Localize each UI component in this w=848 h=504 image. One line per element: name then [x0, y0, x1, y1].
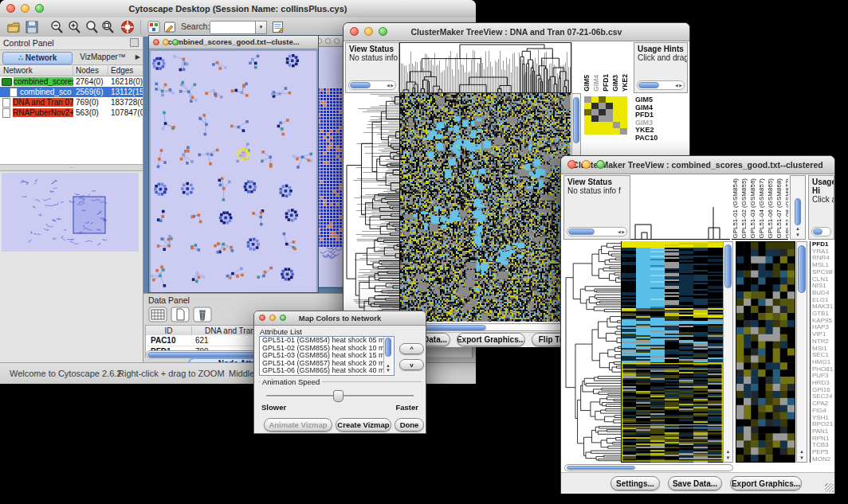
new-document-icon[interactable]	[171, 307, 190, 322]
birdseye-overview[interactable]	[2, 173, 139, 252]
speed-slider-thumb[interactable]	[333, 390, 344, 402]
zoom-button[interactable]	[379, 27, 387, 36]
close-button[interactable]	[567, 160, 576, 169]
tv1-heatmap[interactable]	[399, 93, 571, 322]
tv2-gene-scrollbar[interactable]	[796, 241, 807, 463]
close-button[interactable]	[350, 27, 359, 36]
scrollbar-thumb[interactable]	[568, 229, 595, 235]
zoom-fit-icon[interactable]	[100, 20, 115, 34]
attribute-list-scrollbar[interactable]	[383, 337, 392, 373]
vizmapper-icon[interactable]	[147, 20, 161, 34]
resize-grip[interactable]	[825, 483, 834, 492]
network-tree-row[interactable]: RNAPuberNov2+563(0)107847(0)	[0, 107, 143, 118]
scroll-arrows-icon[interactable]	[618, 228, 625, 236]
scrollbar-thumb[interactable]	[638, 82, 659, 88]
zoom-button[interactable]	[35, 4, 44, 13]
tv1-zoom-heatmap[interactable]	[584, 96, 627, 135]
minimize-button[interactable]	[21, 4, 29, 13]
save-data-button[interactable]: Save Data...	[668, 476, 722, 490]
export-graphics-button[interactable]: Export Graphics...	[730, 476, 802, 490]
gene-label[interactable]: PAC10	[635, 135, 686, 143]
scrollbar-thumb[interactable]	[385, 338, 391, 357]
save-icon[interactable]	[25, 20, 39, 34]
minimize-button[interactable]	[325, 38, 331, 44]
zoom-button[interactable]	[280, 315, 286, 321]
close-button[interactable]	[153, 39, 159, 45]
close-button[interactable]	[6, 4, 15, 13]
tv2-column-dendrogram[interactable]	[630, 175, 730, 240]
close-button[interactable]	[259, 315, 265, 321]
animate-vizmap-button[interactable]: Animate Vizmap	[264, 418, 332, 432]
move-up-button[interactable]: ^	[399, 343, 424, 354]
network-canvas-1[interactable]	[151, 51, 316, 292]
move-down-button[interactable]: v	[399, 359, 424, 370]
tv1-column-dendrogram[interactable]	[399, 42, 571, 93]
scroll-arrows-icon[interactable]	[797, 448, 807, 461]
export-graphics-button[interactable]: Export Graphics...	[457, 333, 525, 346]
zoom-button[interactable]	[172, 39, 179, 45]
tv2-usage-scrollbar[interactable]	[811, 227, 831, 236]
gene-label[interactable]: MON2	[812, 456, 838, 463]
tv2-horizontal-scrollbar[interactable]	[564, 464, 733, 471]
treeview2-titlebar[interactable]: ClusterMaker TreeView : combined_scores_…	[561, 156, 834, 174]
tv2-row-dendrogram[interactable]	[564, 241, 621, 463]
scrollbar-thumb[interactable]	[798, 245, 806, 293]
attribute-list-item[interactable]: GPL51-07 (GSM868) heat shock 60 min	[260, 375, 394, 377]
network-tree-row[interactable]: combined_scores2764(0)16218(0)	[0, 76, 143, 87]
minimize-button[interactable]	[269, 315, 276, 321]
open-file-icon[interactable]	[6, 20, 21, 34]
scroll-arrows-icon[interactable]	[791, 225, 805, 238]
panel-splitter[interactable]: ⁃	[0, 165, 143, 171]
tv2-top-scrollbar[interactable]	[790, 175, 806, 240]
scrollbar-thumb[interactable]	[795, 198, 801, 225]
zoom-button[interactable]	[334, 38, 340, 44]
zoom-button[interactable]	[596, 160, 605, 169]
scroll-arrows-icon[interactable]	[675, 81, 682, 89]
zoom-in-icon[interactable]	[67, 20, 81, 34]
network-tree-header[interactable]: Network Nodes Edges	[0, 65, 143, 76]
float-panel-icon[interactable]	[130, 38, 139, 47]
scrollbar-thumb[interactable]	[813, 229, 822, 235]
tv2-heatmap[interactable]	[621, 241, 723, 463]
scrollbar-thumb[interactable]	[573, 97, 579, 143]
search-dropdown-arrow[interactable]	[255, 21, 267, 34]
done-button[interactable]: Done	[395, 418, 424, 432]
table-panel-icon[interactable]	[148, 307, 167, 322]
tv1-row-dendrogram[interactable]	[345, 93, 399, 322]
tv1-usage-scrollbar[interactable]	[637, 80, 685, 90]
attribute-list[interactable]: GPL51-01 (GSM854) heat shock 05 minGPL51…	[259, 336, 395, 376]
tab-overflow-arrow[interactable]	[135, 53, 140, 61]
tv2-status-scrollbar[interactable]	[567, 227, 627, 236]
minimize-button[interactable]	[163, 39, 169, 45]
scroll-arrows-icon[interactable]	[387, 81, 394, 89]
attribute-browser-icon[interactable]	[271, 20, 285, 34]
zoom-out-icon[interactable]	[49, 20, 64, 34]
zoom-selected-icon[interactable]	[84, 20, 99, 34]
create-vizmap-button[interactable]: Create Vizmap	[336, 418, 391, 432]
settings-button[interactable]: Settings...	[610, 476, 660, 490]
help-lifering-icon[interactable]	[120, 20, 135, 34]
scrollbar-thumb[interactable]	[724, 244, 732, 288]
main-titlebar[interactable]: Cytoscape Desktop (Session Name: collins…	[0, 0, 476, 18]
minimize-button[interactable]	[582, 160, 591, 169]
network-window-1[interactable]: combined_scores_good.txt--cluste...	[148, 35, 319, 293]
delete-trash-icon[interactable]	[193, 307, 212, 322]
search-input[interactable]	[210, 21, 256, 34]
tv1-status-scrollbar[interactable]	[348, 80, 396, 90]
minimize-button[interactable]	[364, 27, 373, 36]
scrollbar-thumb[interactable]	[567, 466, 635, 470]
annotation-icon[interactable]	[163, 20, 177, 34]
tab-vizmapper[interactable]: VizMapper™	[74, 52, 132, 63]
network-tree-row[interactable]: combined_sco2569(6)13112(15)	[0, 87, 143, 97]
tv2-heatmap-scrollbar[interactable]	[723, 241, 733, 463]
network-tree-row[interactable]: DNA and Tran 07769(0)183728(0)	[0, 97, 143, 107]
dialog-titlebar[interactable]: Map Colors to Network	[254, 311, 426, 326]
treeview1-titlebar[interactable]: ClusterMaker TreeView : DNA and Tran 07-…	[344, 23, 689, 41]
network-tree-table: combined_scores2764(0)16218(0)combined_s…	[0, 76, 143, 118]
tab-network[interactable]: ∴ Network	[2, 52, 73, 64]
scroll-arrows-icon[interactable]	[384, 363, 392, 373]
network-window-1-titlebar[interactable]: combined_scores_good.txt--cluste...	[149, 36, 318, 49]
scrollbar-thumb[interactable]	[350, 82, 371, 88]
tv2-zoom-heatmap[interactable]	[736, 241, 795, 463]
scroll-arrows-icon[interactable]	[724, 448, 732, 461]
